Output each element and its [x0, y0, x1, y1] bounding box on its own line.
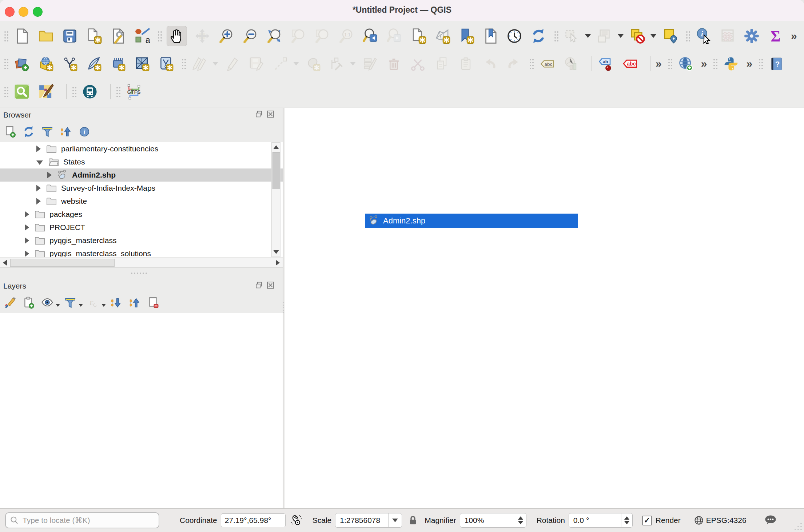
delete-selected-button[interactable]: [385, 55, 402, 72]
scrollbar-thumb[interactable]: [272, 152, 280, 189]
toolbar-overflow-button[interactable]: »: [791, 28, 797, 44]
scale-combo[interactable]: 1:27856078: [335, 513, 402, 528]
browser-horizontal-scrollbar[interactable]: [0, 258, 283, 268]
digitize-with-segment-button[interactable]: [271, 55, 289, 72]
chevron-right-icon[interactable]: [47, 172, 52, 178]
chevron-right-icon[interactable]: [36, 185, 41, 191]
statistical-summary-button[interactable]: [719, 27, 736, 45]
drag-layer-item[interactable]: Admin2.shp: [365, 214, 578, 228]
select-by-location-button[interactable]: [661, 27, 679, 45]
panel-splitter[interactable]: [0, 268, 283, 279]
locator-search[interactable]: [5, 512, 159, 528]
select-features-dropdown[interactable]: [585, 34, 591, 38]
scroll-left-arrow[interactable]: [3, 260, 7, 266]
collapse-all-layers-button[interactable]: [127, 295, 142, 310]
new-geopackage-layer-button[interactable]: [37, 55, 55, 72]
coordinate-value[interactable]: 27.19°,65.98°: [221, 513, 286, 527]
shape-digitizing-button[interactable]: [304, 55, 322, 72]
new-spatial-bookmark-button[interactable]: [458, 27, 475, 45]
chevron-right-icon[interactable]: [36, 146, 41, 152]
browser-float-button[interactable]: [255, 110, 263, 118]
save-project-button[interactable]: [61, 27, 79, 45]
vertex-tool-button[interactable]: [328, 55, 346, 72]
python-toolbar-overflow-button[interactable]: »: [746, 56, 752, 72]
tree-item[interactable]: website: [0, 195, 283, 208]
chevron-right-icon[interactable]: [36, 198, 41, 205]
mouse-position-toggle-icon[interactable]: [291, 515, 302, 526]
new-map-view-button[interactable]: [410, 27, 427, 45]
tree-item[interactable]: Survey-of-India-Index-Maps: [0, 182, 283, 195]
help-button[interactable]: [768, 55, 785, 72]
resize-grip[interactable]: [792, 521, 802, 530]
zoom-native-button[interactable]: [338, 27, 355, 45]
vertex-tool-dropdown[interactable]: [350, 62, 356, 65]
zoom-to-selection-button[interactable]: [290, 27, 307, 45]
filter-by-expression-button[interactable]: [86, 295, 100, 310]
zoom-next-button[interactable]: [386, 27, 403, 45]
sum-features-button[interactable]: Σ: [767, 27, 784, 45]
collapse-all-button[interactable]: [59, 124, 73, 139]
redo-button[interactable]: [505, 55, 522, 72]
crs-globe-icon[interactable]: [693, 515, 705, 526]
zoom-out-button[interactable]: [242, 27, 259, 45]
layer-diagram-button[interactable]: [562, 55, 580, 72]
new-3d-map-view-button[interactable]: [434, 27, 451, 45]
tree-item[interactable]: pyqgis_masterclass_solutions: [0, 247, 283, 257]
quickmapservices-overflow-button[interactable]: »: [701, 56, 707, 72]
chevron-right-icon[interactable]: [25, 224, 29, 231]
render-checkbox[interactable]: ✓: [642, 516, 652, 525]
zoom-in-button[interactable]: [218, 27, 235, 45]
quickosm-button[interactable]: [13, 83, 31, 100]
zoom-to-layer-button[interactable]: [314, 27, 331, 45]
layers-close-button[interactable]: [266, 281, 275, 289]
current-edits-button[interactable]: [191, 55, 208, 72]
scale-dropdown[interactable]: [388, 513, 402, 527]
select-features-button[interactable]: [563, 27, 581, 45]
current-edits-dropdown[interactable]: [212, 62, 218, 65]
toggle-editing-button[interactable]: [223, 55, 241, 72]
add-group-button[interactable]: [21, 295, 36, 310]
pan-map-button[interactable]: [167, 26, 187, 46]
identify-features-button[interactable]: [695, 27, 712, 45]
browser-properties-button[interactable]: [77, 124, 92, 139]
filter-legend-button[interactable]: [63, 295, 77, 310]
style-manager-button[interactable]: [133, 27, 151, 45]
filter-expression-dropdown[interactable]: [102, 304, 106, 307]
new-mesh-layer-button[interactable]: [133, 55, 151, 72]
scroll-up-arrow[interactable]: [273, 145, 279, 149]
tree-item[interactable]: packages: [0, 208, 283, 221]
copy-features-button[interactable]: [433, 55, 450, 72]
new-print-layout-button[interactable]: [85, 27, 103, 45]
expand-all-button[interactable]: [109, 295, 123, 310]
layer-labeling-button[interactable]: [538, 55, 556, 72]
crs-status[interactable]: EPSG:4326: [706, 516, 747, 525]
locator-input[interactable]: [22, 516, 147, 525]
deselect-features-button[interactable]: [629, 27, 646, 45]
undo-button[interactable]: [481, 55, 498, 72]
browser-vertical-scrollbar[interactable]: [271, 142, 280, 257]
select-by-form-dropdown[interactable]: [618, 34, 624, 38]
zoom-full-extent-button[interactable]: [266, 27, 283, 45]
scrollbar-thumb[interactable]: [10, 259, 115, 267]
tree-item-selected[interactable]: Admin2.shp: [0, 168, 283, 182]
layers-float-button[interactable]: [255, 281, 263, 289]
map-themes-dropdown[interactable]: [56, 304, 60, 307]
processing-toolbox-button[interactable]: [743, 27, 760, 45]
change-label-button[interactable]: [621, 55, 638, 72]
new-shapefile-layer-button[interactable]: [61, 55, 79, 72]
new-virtual-layer-button[interactable]: [157, 55, 175, 72]
rotation-steppers[interactable]: [621, 513, 632, 527]
new-spatialite-layer-button[interactable]: [85, 55, 103, 72]
map-canvas[interactable]: Admin2.shp: [284, 108, 804, 509]
label-toolbar-overflow-button[interactable]: »: [656, 56, 662, 72]
paste-features-button[interactable]: [457, 55, 474, 72]
magnifier-steppers[interactable]: [515, 513, 526, 527]
data-source-manager-button[interactable]: [13, 55, 31, 72]
save-layer-edits-button[interactable]: [247, 55, 265, 72]
new-temporary-scratch-layer-button[interactable]: [109, 55, 127, 72]
digitize-dropdown[interactable]: [293, 62, 299, 65]
manage-map-themes-button[interactable]: [40, 295, 55, 310]
open-layer-styling-button[interactable]: [3, 295, 17, 310]
chevron-down-icon[interactable]: [36, 160, 43, 165]
filter-legend-dropdown[interactable]: [79, 304, 83, 307]
